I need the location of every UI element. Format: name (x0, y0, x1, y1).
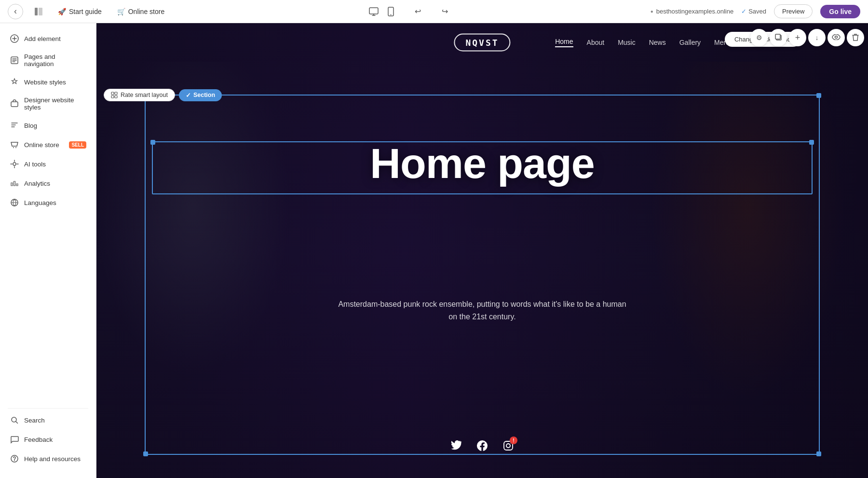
preview-button[interactable]: Preview (774, 4, 813, 18)
undo-button[interactable]: ↩ (410, 4, 426, 19)
notification-badge: ! (510, 437, 517, 444)
add-icon (10, 34, 19, 43)
languages-icon (10, 198, 19, 207)
svg-point-9 (15, 147, 16, 148)
sidebar-item-add-element[interactable]: Add element (0, 29, 96, 48)
site-nav-links: Home About Music News Gallery Merch (555, 38, 733, 47)
layout-icon (111, 92, 118, 98)
svg-point-8 (13, 147, 14, 148)
sell-badge: SELL (69, 141, 86, 149)
topbar-left: ‹ 🚀 Start guide 🛒 Online store (8, 4, 168, 19)
mobile-icon (388, 7, 394, 16)
saved-label: Saved (748, 8, 766, 15)
sidebar-label-designer: Designer website styles (24, 96, 86, 111)
nav-news[interactable]: News (649, 39, 666, 46)
domain-dot: ● (651, 9, 653, 14)
nav-about[interactable]: About (587, 39, 605, 46)
site-page-title[interactable]: Home page (96, 139, 868, 188)
section-badge: ✓ Section (179, 89, 222, 101)
nav-home[interactable]: Home (555, 38, 573, 47)
canvas-area[interactable]: NQVST Home About Music News Gallery Merc… (96, 23, 868, 478)
svg-point-22 (506, 444, 510, 448)
feedback-icon (10, 435, 19, 444)
facebook-icon[interactable] (477, 440, 488, 454)
sidebar-label-languages: Languages (24, 199, 86, 206)
main-layout: Add element Pages and navigation Website… (0, 23, 868, 478)
help-icon (10, 454, 19, 464)
svg-rect-1 (39, 8, 42, 15)
social-icons: ! (96, 440, 868, 454)
sidebar: Add element Pages and navigation Website… (0, 23, 96, 478)
styles-icon (10, 77, 19, 87)
redo-button[interactable]: ↪ (437, 4, 453, 19)
blog-icon (10, 121, 19, 130)
sidebar-item-blog[interactable]: Blog (0, 116, 96, 135)
domain-text: besthostingexamples.online (656, 8, 733, 15)
svg-rect-2 (369, 8, 378, 14)
site-navbar: NQVST Home About Music News Gallery Merc… (96, 23, 868, 62)
check-icon: ✓ (741, 8, 746, 15)
sidebar-item-website-styles[interactable]: Website styles (0, 72, 96, 92)
svg-point-4 (391, 14, 392, 15)
sidebar-item-online-store[interactable]: Online store SELL (0, 135, 96, 154)
panel-toggle-button[interactable] (31, 4, 46, 19)
topbar: ‹ 🚀 Start guide 🛒 Online store (0, 0, 868, 23)
pages-icon (10, 55, 19, 65)
topbar-center: ↩ ↪ (366, 4, 453, 19)
svg-rect-18 (115, 92, 117, 95)
sidebar-label-styles: Website styles (24, 79, 86, 86)
section-label: Section (193, 92, 215, 98)
rate-smart-label: Rate smart layout (121, 92, 168, 98)
saved-badge: ✓ Saved (741, 8, 766, 15)
mobile-button[interactable] (383, 4, 399, 19)
desktop-button[interactable] (366, 4, 381, 19)
site-logo: NQVST (454, 34, 510, 52)
svg-point-13 (11, 455, 18, 462)
sidebar-item-search[interactable]: Search (0, 410, 96, 430)
rate-smart-layout-button[interactable]: Rate smart layout (104, 89, 175, 101)
search-icon (10, 415, 19, 425)
site-subtitle: Amsterdam-based punk rock ensemble, putt… (96, 298, 868, 323)
nav-merch[interactable]: Merch (714, 39, 733, 46)
start-guide-button[interactable]: 🚀 Start guide (54, 6, 106, 17)
online-store-topbar-label: Online store (128, 8, 164, 15)
designer-icon (10, 99, 19, 109)
topbar-right: ● besthostingexamples.online ✓ Saved Pre… (651, 4, 860, 18)
section-indicator: Rate smart layout ✓ Section (104, 89, 222, 101)
device-buttons (366, 4, 399, 19)
svg-rect-0 (35, 8, 38, 15)
sidebar-item-designer-styles[interactable]: Designer website styles (0, 92, 96, 116)
check-section-icon: ✓ (186, 92, 191, 99)
sidebar-label-add-element: Add element (24, 35, 86, 42)
svg-point-10 (13, 163, 16, 165)
sidebar-label-analytics: Analytics (24, 180, 86, 187)
domain-info: ● besthostingexamples.online (651, 8, 733, 15)
sidebar-label-store: Online store (24, 141, 64, 149)
store-icon (10, 140, 19, 150)
sidebar-label-blog: Blog (24, 122, 86, 129)
svg-rect-19 (111, 96, 114, 98)
back-button[interactable]: ‹ (8, 4, 23, 19)
redo-icon: ↪ (442, 7, 448, 16)
sidebar-item-feedback[interactable]: Feedback (0, 430, 96, 449)
sidebar-item-help[interactable]: Help and resources (0, 449, 96, 468)
twitter-icon[interactable] (451, 440, 461, 454)
sidebar-item-pages-navigation[interactable]: Pages and navigation (0, 48, 96, 72)
sidebar-label-feedback: Feedback (24, 436, 86, 443)
nav-gallery[interactable]: Gallery (679, 39, 701, 46)
online-store-topbar-button[interactable]: 🛒 Online store (113, 6, 168, 17)
svg-rect-7 (11, 102, 18, 107)
sidebar-label-help: Help and resources (24, 455, 86, 463)
sidebar-item-ai-tools[interactable]: AI tools (0, 154, 96, 174)
sidebar-label-search: Search (24, 417, 86, 424)
nav-music[interactable]: Music (618, 39, 636, 46)
rocket-icon: 🚀 (58, 8, 66, 15)
sidebar-bottom: Search Feedback Help and resources (0, 406, 96, 472)
analytics-icon (10, 178, 19, 188)
sidebar-item-analytics[interactable]: Analytics (0, 174, 96, 193)
panel-icon (34, 7, 43, 16)
cart-icon: 🛒 (117, 8, 125, 15)
svg-rect-20 (115, 96, 117, 98)
sidebar-item-languages[interactable]: Languages (0, 193, 96, 212)
go-live-button[interactable]: Go live (820, 5, 860, 18)
